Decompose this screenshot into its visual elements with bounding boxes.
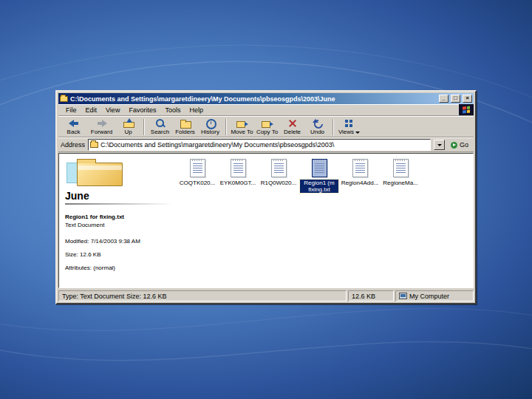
menu-tools[interactable]: Tools xyxy=(160,105,185,115)
explorer-window: C:\Documents and Settings\margaretdineer… xyxy=(55,90,477,304)
copy-to-button[interactable]: Copy To xyxy=(255,117,279,137)
text-document-icon xyxy=(312,159,327,177)
text-document-icon xyxy=(271,159,287,177)
file-item[interactable]: Region4Add... xyxy=(341,159,379,193)
views-button[interactable]: Views xyxy=(337,117,361,137)
address-bar: Address C:\Documents and Settings\margar… xyxy=(58,137,474,152)
copy-to-icon xyxy=(262,119,273,128)
go-button[interactable]: Go xyxy=(448,139,471,151)
status-bar: Type: Text Document Size: 12.6 KB 12.6 K… xyxy=(58,289,474,301)
up-icon xyxy=(123,119,134,128)
selected-file-attributes: Attributes: (normal) xyxy=(65,265,176,271)
folder-banner-graphic xyxy=(65,158,170,188)
windows-flag-icon xyxy=(463,106,470,113)
toolbar-separator xyxy=(225,119,227,135)
selected-file-modified: Modified: 7/14/2003 9:38 AM xyxy=(65,238,176,245)
address-folder-icon xyxy=(90,142,98,148)
file-item[interactable]: R1Q0W020... xyxy=(259,159,298,193)
address-value: C:\Documents and Settings\margaretdineer… xyxy=(100,141,334,149)
address-label: Address xyxy=(61,141,85,149)
views-icon xyxy=(344,119,355,128)
close-button[interactable]: × xyxy=(463,95,472,103)
search-icon xyxy=(154,119,166,128)
back-icon xyxy=(68,119,80,128)
folders-button[interactable]: Folders xyxy=(173,117,197,137)
move-to-icon xyxy=(236,119,248,128)
text-document-icon xyxy=(393,159,409,177)
standard-toolbar: Back Forward Up Search Folders History M… xyxy=(58,116,474,137)
title-divider xyxy=(65,203,173,205)
menu-view[interactable]: View xyxy=(101,105,124,115)
text-document-icon xyxy=(190,159,205,177)
text-document-icon xyxy=(352,159,368,177)
chevron-down-icon xyxy=(437,144,442,146)
menu-bar: File Edit View Favorites Tools Help xyxy=(58,104,474,116)
title-bar[interactable]: C:\Documents and Settings\margaretdineer… xyxy=(58,93,474,104)
text-document-icon xyxy=(231,159,246,177)
history-button[interactable]: History xyxy=(198,117,222,137)
folder-name-heading: June xyxy=(65,190,176,202)
delete-icon xyxy=(287,119,299,128)
banner-folder-icon xyxy=(77,163,123,186)
status-zone: My Computer xyxy=(395,290,474,301)
views-dropdown-arrow xyxy=(355,132,360,134)
go-icon xyxy=(451,142,457,149)
history-icon xyxy=(205,119,216,128)
window-title: C:\Documents and Settings\margaretdineer… xyxy=(70,95,437,103)
windows-logo-icon xyxy=(459,104,474,115)
selected-file-name: Region1 for fixing.txt xyxy=(65,214,176,220)
window-folder-icon xyxy=(60,96,68,102)
file-item[interactable]: COQTK020... xyxy=(178,159,216,193)
folders-icon xyxy=(180,119,191,128)
folder-content-pane: June Region1 for fixing.txt Text Documen… xyxy=(58,153,474,288)
selected-file-type: Text Document xyxy=(65,222,176,228)
back-button[interactable]: Back xyxy=(60,117,87,137)
file-item-selected[interactable]: Region1 (m fixing.txt xyxy=(300,159,338,193)
file-item[interactable]: RegioneMa... xyxy=(381,159,420,193)
minimize-button[interactable]: _ xyxy=(439,95,449,103)
status-size: 12.6 KB xyxy=(348,290,394,301)
delete-button[interactable]: Delete xyxy=(280,117,304,137)
address-input[interactable]: C:\Documents and Settings\margaretdineer… xyxy=(88,139,431,151)
search-button[interactable]: Search xyxy=(148,117,172,137)
menu-file[interactable]: File xyxy=(61,105,81,115)
my-computer-icon xyxy=(399,293,407,299)
status-type-size: Type: Text Document Size: 12.6 KB xyxy=(58,290,347,301)
forward-button[interactable]: Forward xyxy=(88,117,115,137)
move-to-button[interactable]: Move To xyxy=(230,117,254,137)
menu-help[interactable]: Help xyxy=(185,105,208,115)
menu-favorites[interactable]: Favorites xyxy=(124,105,160,115)
forward-icon xyxy=(96,119,108,128)
up-button[interactable]: Up xyxy=(116,117,140,137)
file-item[interactable]: EYK0M0GT... xyxy=(219,159,257,193)
toolbar-separator xyxy=(143,119,145,135)
selected-file-size: Size: 12.6 KB xyxy=(65,251,176,258)
menu-edit[interactable]: Edit xyxy=(81,105,102,115)
undo-button[interactable]: Undo xyxy=(305,117,330,137)
address-dropdown-button[interactable] xyxy=(434,140,445,150)
webview-info-panel: June Region1 for fixing.txt Text Documen… xyxy=(59,154,176,287)
undo-icon xyxy=(312,119,324,128)
maximize-button[interactable]: □ xyxy=(451,95,460,103)
toolbar-separator xyxy=(332,119,334,135)
file-icon-grid: COQTK020... EYK0M0GT... R1Q0W020... Regi… xyxy=(178,159,420,193)
